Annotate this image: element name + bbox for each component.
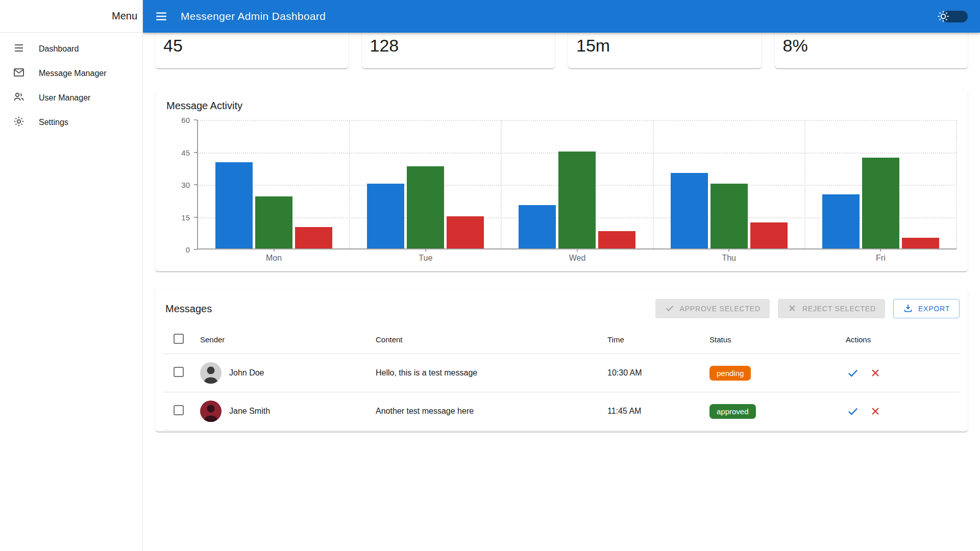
row-checkbox[interactable] [174,405,184,415]
reject-selected-label: Reject Selected [802,305,876,313]
x-tick-label: Mon [266,254,282,263]
list-icon [13,42,25,56]
people-icon [13,91,25,105]
menu-icon[interactable] [154,9,168,23]
bar-group-fri [805,120,957,248]
reject-row-icon[interactable] [868,404,883,418]
y-tick-label: 15 [166,213,190,221]
sidebar-nav: Dashboard Message Manager User Manager S… [0,33,142,135]
message-activity-card: Message Activity MonTueWedThuFri 0153045… [155,91,968,271]
dark-mode-toggle[interactable] [937,9,969,23]
x-tick-label: Thu [722,254,736,263]
column-header-content: Content [372,325,603,354]
sidebar-item-dashboard[interactable]: Dashboard [0,37,142,61]
y-tick-mark [194,119,197,120]
y-tick-label: 60 [166,116,190,124]
bar-mon-red [295,227,332,248]
sender-name: John Doe [229,368,264,378]
check-icon [665,303,675,315]
bar-fri-blue [822,194,860,248]
x-tick-mark [880,248,881,252]
stat-value: 8% [783,36,960,56]
reject-row-icon[interactable] [868,366,883,380]
sidebar-item-message-manager[interactable]: Message Manager [0,61,142,86]
main-content: Pending Messages 45 Processed Today 128 … [143,0,980,432]
sidebar-item-user-manager[interactable]: User Manager [0,86,142,110]
bar-tue-blue [367,184,404,248]
chart: MonTueWedThuFri 015304560 [166,120,957,262]
appbar: Messenger Admin Dashboard [143,0,980,33]
messages-title: Messages [165,303,212,315]
y-tick-mark [194,184,197,185]
avatar [200,362,222,384]
bar-thu-red [750,222,788,248]
message-time: 10:30 AM [603,354,705,392]
approve-selected-label: Approve Selected [680,305,761,313]
sidebar-header: Menu [0,0,142,33]
stat-value: 45 [163,36,340,56]
sidebar-menu-label: Menu [112,10,137,22]
column-header-status: Status [705,325,842,354]
select-all-checkbox[interactable] [174,334,184,344]
gear-icon [13,115,25,130]
bar-fri-red [902,238,939,248]
x-tick-mark [728,248,729,252]
avatar [200,400,222,422]
sidebar-item-label: User Manager [39,93,90,103]
approve-row-icon[interactable] [846,366,860,380]
x-tick-mark [425,248,426,252]
messages-card: Messages Approve Selected Reject Selecte… [155,289,968,432]
y-tick-mark [194,152,197,153]
chart-title: Message Activity [166,100,957,112]
download-icon [903,303,913,315]
bar-wed-green [558,152,596,249]
y-tick-label: 45 [166,148,190,157]
reject-selected-button[interactable]: Reject Selected [778,299,885,318]
export-label: Export [918,305,950,313]
bar-mon-blue [215,162,253,248]
sidebar-item-label: Settings [39,118,68,127]
approve-selected-button[interactable]: Approve Selected [655,299,770,318]
sun-icon [937,10,949,24]
y-tick-label: 0 [166,245,190,254]
status-badge: pending [709,366,751,381]
mail-icon [13,66,25,81]
column-header-actions: Actions [842,325,960,354]
sidebar-item-settings[interactable]: Settings [0,110,142,135]
x-icon [787,303,797,315]
x-tick-mark [274,248,275,252]
messages-table: Sender Content Time Status Actions [163,325,960,431]
bar-wed-blue [519,205,556,248]
messages-actions: Approve Selected Reject Selected Export [655,299,960,318]
y-tick-label: 30 [166,181,190,189]
column-header-time: Time [603,325,705,354]
chart-plot-area: MonTueWedThuFri [197,120,957,249]
y-tick-mark [194,249,197,250]
export-button[interactable]: Export [893,299,960,318]
sidebar: Menu Dashboard Message Manager User Mana… [0,0,143,551]
bar-thu-blue [671,173,708,248]
message-content: Hello, this is a test message [372,354,603,392]
row-checkbox[interactable] [174,367,184,377]
table-row: Jane Smith Another test message here 11:… [163,392,960,431]
messages-header: Messages Approve Selected Reject Selecte… [163,298,960,318]
y-tick-mark [194,217,197,218]
bar-tue-green [407,166,444,248]
bar-thu-green [710,184,748,248]
column-header-sender: Sender [196,325,372,354]
sidebar-item-label: Dashboard [39,44,79,54]
page-title: Messenger Admin Dashboard [181,10,326,22]
message-content: Another test message here [372,392,603,431]
sender-name: Jane Smith [229,407,270,416]
stat-value: 128 [370,36,547,56]
x-tick-label: Tue [419,254,432,263]
bar-wed-red [598,231,635,248]
bar-fri-green [862,158,899,248]
bar-group-mon [198,120,350,248]
bar-group-tue [350,120,501,248]
sidebar-item-label: Message Manager [39,69,107,78]
table-header-row: Sender Content Time Status Actions [163,325,960,354]
approve-row-icon[interactable] [846,404,860,418]
bar-tue-red [447,216,484,249]
message-time: 11:45 AM [603,392,705,431]
